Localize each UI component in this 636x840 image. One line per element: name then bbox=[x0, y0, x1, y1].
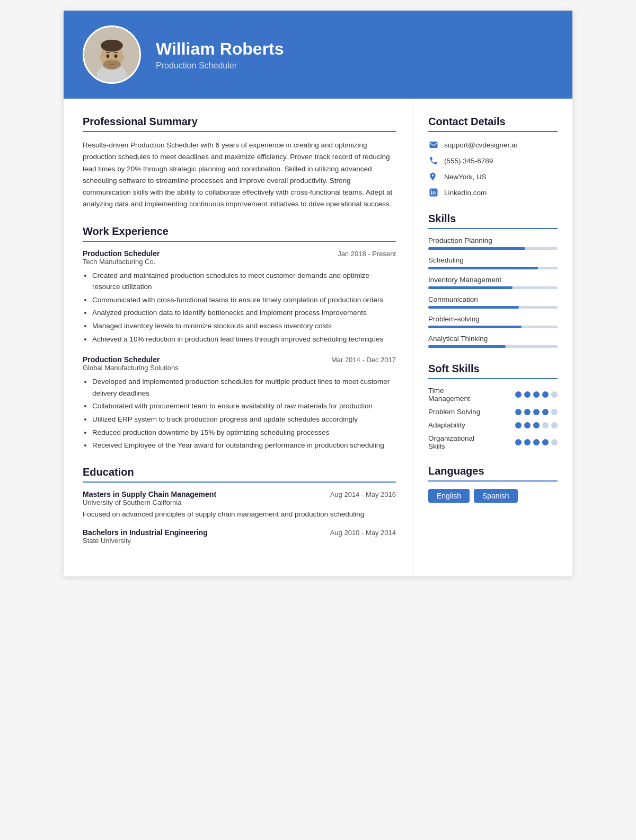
svg-point-6 bbox=[99, 55, 103, 59]
job-1-bullet-4: Managed inventory levels to minimize sto… bbox=[92, 320, 396, 332]
job-2-bullet-2: Collaborated with procurement team to en… bbox=[92, 400, 396, 412]
skill-4: Communication bbox=[428, 295, 558, 309]
skill-5-bar-bg bbox=[428, 326, 558, 328]
skill-4-name: Communication bbox=[428, 295, 558, 303]
soft-skill-1: TimeManagement bbox=[428, 387, 558, 402]
svg-point-7 bbox=[120, 55, 125, 59]
dot bbox=[524, 391, 531, 398]
soft-skills-title: Soft Skills bbox=[428, 363, 558, 379]
edu-1-header: Masters in Supply Chain Management Aug 2… bbox=[83, 490, 396, 498]
dot bbox=[542, 409, 549, 415]
edu-1-school: University of Southern California bbox=[83, 498, 396, 506]
skill-2-bar-fill bbox=[428, 267, 538, 269]
right-column: Contact Details support@cvdesigner.ai bbox=[413, 99, 572, 576]
summary-text: Results-driven Production Scheduler with… bbox=[83, 139, 396, 211]
skills-section: Skills Production Planning Scheduling In… bbox=[428, 213, 558, 348]
header-info: William Roberts Production Scheduler bbox=[156, 39, 284, 71]
soft-skill-2-dots bbox=[515, 409, 558, 415]
phone-icon bbox=[428, 155, 439, 166]
dot bbox=[515, 422, 522, 428]
contact-location: NewYork, US bbox=[428, 171, 558, 182]
job-1-header: Production Scheduler Jan 2018 - Present bbox=[83, 249, 396, 258]
job-1-bullets: Created and maintained production schedu… bbox=[92, 270, 396, 345]
skill-1-bar-bg bbox=[428, 247, 558, 250]
soft-skill-2: Problem Solving bbox=[428, 408, 558, 416]
job-1: Production Scheduler Jan 2018 - Present … bbox=[83, 249, 396, 345]
svg-point-10 bbox=[110, 59, 114, 62]
skill-6-bar-fill bbox=[428, 345, 506, 348]
skill-1-name: Production Planning bbox=[428, 237, 558, 244]
education-title: Education bbox=[83, 466, 396, 483]
edu-1: Masters in Supply Chain Management Aug 2… bbox=[83, 490, 396, 520]
lang-english: English bbox=[428, 489, 470, 503]
job-1-title: Production Scheduler bbox=[83, 249, 160, 258]
edu-2-dates: Aug 2010 - May 2014 bbox=[330, 529, 396, 537]
contact-linkedin: in LinkedIn.com bbox=[428, 187, 558, 198]
lang-spanish: Spanish bbox=[474, 489, 518, 503]
person-title: Production Scheduler bbox=[156, 61, 284, 71]
person-name: William Roberts bbox=[156, 39, 284, 59]
job-1-bullet-1: Created and maintained production schedu… bbox=[92, 270, 396, 293]
job-1-dates: Jan 2018 - Present bbox=[338, 250, 396, 258]
soft-skill-3-name: Adaptability bbox=[428, 421, 487, 429]
skill-6-bar-bg bbox=[428, 345, 558, 348]
job-2-title: Production Scheduler bbox=[83, 355, 160, 364]
job-2-bullet-1: Developed and implemented production sch… bbox=[92, 376, 396, 399]
contact-section: Contact Details support@cvdesigner.ai bbox=[428, 116, 558, 198]
contact-email: support@cvdesigner.ai bbox=[428, 139, 558, 150]
linkedin-icon: in bbox=[428, 187, 439, 198]
work-experience-section: Work Experience Production Scheduler Jan… bbox=[83, 225, 396, 451]
dot bbox=[551, 409, 558, 415]
dot bbox=[542, 439, 549, 445]
soft-skill-3-dots bbox=[515, 422, 558, 428]
edu-2-school: State University bbox=[83, 537, 396, 545]
edu-1-dates: Aug 2014 - May 2016 bbox=[330, 491, 396, 498]
dot bbox=[542, 422, 549, 428]
edu-2-header: Bachelors in Industrial Engineering Aug … bbox=[83, 528, 396, 537]
dot bbox=[515, 439, 522, 445]
dot bbox=[533, 439, 540, 445]
soft-skill-4: OrganizationalSkills bbox=[428, 434, 558, 450]
location-icon bbox=[428, 171, 439, 182]
job-1-bullet-2: Communicated with cross-functional teams… bbox=[92, 294, 396, 306]
job-1-bullet-3: Analyzed production data to identify bot… bbox=[92, 307, 396, 319]
dot bbox=[533, 422, 540, 428]
svg-point-9 bbox=[114, 55, 118, 58]
skill-3-bar-bg bbox=[428, 286, 558, 289]
job-2-bullets: Developed and implemented production sch… bbox=[92, 376, 396, 451]
languages-title: Languages bbox=[428, 465, 558, 482]
soft-skills-section: Soft Skills TimeManagement Problem Solvi… bbox=[428, 363, 558, 450]
edu-2: Bachelors in Industrial Engineering Aug … bbox=[83, 528, 396, 545]
job-1-company: Tech Manufacturing Co. bbox=[83, 258, 396, 266]
job-2-bullet-5: Received Employee of the Year award for … bbox=[92, 440, 396, 451]
dot bbox=[524, 409, 531, 415]
skill-4-bar-fill bbox=[428, 306, 519, 309]
skill-2-name: Scheduling bbox=[428, 256, 558, 264]
edu-2-degree: Bachelors in Industrial Engineering bbox=[83, 528, 208, 537]
dot bbox=[542, 391, 549, 398]
languages-section: Languages English Spanish bbox=[428, 465, 558, 503]
left-column: Professional Summary Results-driven Prod… bbox=[64, 99, 413, 576]
skill-2: Scheduling bbox=[428, 256, 558, 269]
soft-skill-4-name: OrganizationalSkills bbox=[428, 434, 487, 450]
skill-6-name: Analytical Thinking bbox=[428, 335, 558, 343]
skill-2-bar-bg bbox=[428, 267, 558, 269]
dot bbox=[551, 422, 558, 428]
skill-1: Production Planning bbox=[428, 237, 558, 250]
resume-container: William Roberts Production Scheduler Pro… bbox=[64, 11, 572, 576]
svg-text:in: in bbox=[431, 189, 436, 196]
job-2-company: Global Manufacturing Solutions bbox=[83, 364, 396, 372]
contact-title: Contact Details bbox=[428, 116, 558, 132]
svg-point-8 bbox=[107, 55, 110, 58]
dot bbox=[533, 391, 540, 398]
work-experience-title: Work Experience bbox=[83, 225, 396, 242]
dot bbox=[515, 409, 522, 415]
contact-linkedin-value: LinkedIn.com bbox=[444, 189, 487, 197]
contact-email-value: support@cvdesigner.ai bbox=[444, 141, 517, 149]
skill-4-bar-bg bbox=[428, 306, 558, 309]
soft-skill-2-name: Problem Solving bbox=[428, 408, 487, 416]
skill-5-bar-fill bbox=[428, 326, 522, 328]
skill-6: Analytical Thinking bbox=[428, 335, 558, 348]
resume-header: William Roberts Production Scheduler bbox=[64, 11, 572, 99]
education-section: Education Masters in Supply Chain Manage… bbox=[83, 466, 396, 545]
